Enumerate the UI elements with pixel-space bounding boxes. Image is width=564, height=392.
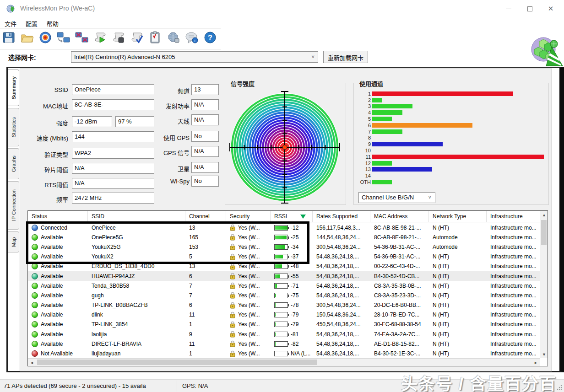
table-row[interactable]: AvailableOnePiece5G165Yes (W...-25144,54… bbox=[28, 232, 540, 242]
chat-info-icon[interactable]: i bbox=[185, 30, 199, 45]
channel-row: 6 bbox=[358, 122, 544, 129]
target-icon[interactable] bbox=[38, 30, 52, 45]
field-label-gps-signal: GPS 信号 bbox=[135, 148, 190, 157]
channel-mode-select[interactable]: Channel Use B/G/N ˅ bbox=[358, 192, 435, 203]
col-status[interactable]: Status bbox=[28, 211, 88, 222]
field-gps-signal[interactable]: N/A bbox=[191, 146, 219, 157]
col-network-type[interactable]: Network Type bbox=[429, 211, 487, 222]
channel-use-group: 使用通道 1234567891011121314OTH Channel Use … bbox=[353, 83, 549, 205]
cell-security: Yes (W... bbox=[226, 243, 271, 250]
vertical-scroll-thumb[interactable] bbox=[541, 220, 547, 245]
channel-mode-value: Channel Use B/G/N bbox=[362, 194, 414, 201]
cell-rates: 54,48,36,24,18,... bbox=[313, 263, 370, 269]
col-infrastructure[interactable]: Infrastructure bbox=[487, 211, 540, 222]
table-row[interactable]: AvailableTenda_3B0B587Yes (W...-7154,48,… bbox=[28, 281, 540, 290]
field-label-txpower: 发射功率 bbox=[135, 102, 190, 110]
help-icon[interactable]: ? bbox=[203, 30, 217, 45]
svg-text:?: ? bbox=[208, 34, 212, 42]
channel-label: OTH bbox=[358, 179, 372, 185]
scroll-right-icon[interactable]: ► bbox=[532, 359, 540, 366]
vertical-scrollbar[interactable]: ▲ ▼ bbox=[540, 211, 548, 358]
channel-bar bbox=[372, 161, 392, 166]
cell-infrastructure: Infrastructure mo... bbox=[487, 273, 540, 279]
field-freq[interactable]: 2472 MHz bbox=[72, 193, 154, 204]
tab-ip-connection[interactable]: IP Connection bbox=[8, 181, 19, 230]
table-row[interactable]: ConnectedOnePiece13Yes (W...-12156,117,5… bbox=[28, 223, 540, 232]
col-rssi[interactable]: RSSI bbox=[271, 211, 313, 222]
field-label-frag: 碎片阈值 bbox=[20, 165, 68, 174]
cell-status: Available bbox=[28, 283, 88, 289]
menu-config[interactable]: 配置 bbox=[21, 17, 42, 28]
cell-network-type: Automode bbox=[429, 244, 487, 250]
cell-ssid: ERDUO_DS_1838_4DD0 bbox=[88, 263, 185, 269]
horizontal-scrollbar[interactable]: ◄ ► bbox=[28, 358, 540, 366]
cell-mac: 30-FC-68-88-38-54 bbox=[370, 321, 429, 328]
cell-infrastructure: Infrastructure mo... bbox=[487, 350, 540, 357]
tab-statistics[interactable]: Statistics bbox=[8, 108, 19, 146]
menu-file[interactable]: 文件 bbox=[0, 17, 21, 28]
scroll-down-icon[interactable]: ▼ bbox=[540, 350, 548, 358]
cell-ssid: YoukuX25G bbox=[88, 244, 185, 250]
close-button[interactable]: ✕ bbox=[540, 0, 561, 17]
channel-bar bbox=[372, 155, 544, 159]
table-row[interactable]: AvailableERDUO_DS_1838_4DD013Yes (W...-4… bbox=[28, 262, 540, 271]
col-ssid[interactable]: SSID bbox=[88, 211, 185, 222]
scroll-up-icon[interactable]: ▲ bbox=[540, 211, 548, 219]
resize-grip[interactable] bbox=[557, 385, 562, 390]
table-row[interactable]: Availabledlink11Yes (W...-79150,54,48,36… bbox=[28, 310, 540, 320]
col-mac[interactable]: MAC Address bbox=[370, 211, 429, 222]
minimize-button[interactable] bbox=[498, 0, 519, 17]
start-log-icon[interactable] bbox=[93, 30, 107, 45]
stop-log-icon[interactable] bbox=[112, 30, 125, 45]
cell-network-type: N (HT) bbox=[429, 273, 487, 279]
field-txpower[interactable]: N/A bbox=[191, 99, 219, 110]
lock-icon bbox=[230, 311, 235, 318]
table-row[interactable]: AvailableTP-LINK_38541Yes (W...-79450,54… bbox=[28, 320, 540, 329]
cell-mac: 54-36-9B-31-AC-... bbox=[370, 253, 429, 260]
field-satellites[interactable]: N/A bbox=[191, 162, 219, 173]
horizontal-scroll-thumb[interactable] bbox=[37, 360, 317, 365]
reload-adapter-button[interactable]: 重新加载网卡 bbox=[323, 51, 368, 63]
cell-channel: 1 bbox=[185, 321, 226, 328]
field-channel[interactable]: 13 bbox=[191, 84, 219, 95]
field-use-gps[interactable]: No bbox=[191, 131, 219, 142]
table-row[interactable]: Availablelaolijia9Yes (W...-8154,48,36,2… bbox=[28, 329, 540, 339]
tab-graphs[interactable]: Graphs bbox=[8, 148, 19, 179]
lock-icon bbox=[230, 350, 235, 357]
table-row[interactable]: AvailableYoukuX25Yes (W...-3754,48,36,24… bbox=[28, 252, 540, 262]
channel-bar bbox=[372, 180, 392, 184]
table-row[interactable]: Not Availableliujiadayuan1Yes (W...N/A (… bbox=[28, 349, 540, 358]
rssi-bar-icon bbox=[274, 302, 288, 308]
field-label-speed: 速度 (Mbits) bbox=[20, 134, 68, 142]
verify-log-icon[interactable] bbox=[130, 30, 144, 45]
col-channel[interactable]: Channel bbox=[185, 211, 226, 222]
tab-summary[interactable]: Summary bbox=[8, 70, 19, 106]
rssi-bar-icon bbox=[274, 351, 288, 356]
web-check-icon[interactable] bbox=[167, 30, 180, 45]
summary-panel: SSID OnePiece MAC地址 8C-AB-8E- 强度 -12 dBm… bbox=[20, 69, 552, 371]
field-strength-dbm[interactable]: -12 dBm bbox=[72, 116, 112, 127]
scroll-left-icon[interactable]: ◄ bbox=[28, 359, 36, 366]
menu-help[interactable]: 帮助 bbox=[42, 17, 63, 28]
cell-mac: 54-36-9B-31-AC-... bbox=[370, 244, 429, 250]
tab-map[interactable]: Map bbox=[8, 231, 19, 252]
table-row[interactable]: AvailableYoukuX25G153Yes (W...-34300,54,… bbox=[28, 242, 540, 252]
table-row[interactable]: Availablegugh7Yes (W...-7554,48,36,24,18… bbox=[28, 290, 540, 300]
maximize-button[interactable] bbox=[519, 0, 540, 17]
col-security[interactable]: Security bbox=[226, 211, 271, 222]
open-folder-icon[interactable] bbox=[20, 30, 34, 45]
channel-row: OTH bbox=[358, 179, 544, 185]
table-row[interactable]: AvailableHUAWEI-P94AJZ6Yes (W...-5554,48… bbox=[28, 271, 540, 281]
table-row[interactable]: AvailableTP-LINK_B0BBACZFB6Yes (W...-783… bbox=[28, 301, 540, 310]
col-rates[interactable]: Rates Supported bbox=[313, 211, 370, 222]
disconnect-icon[interactable] bbox=[75, 30, 89, 45]
field-wispy[interactable]: No bbox=[191, 176, 219, 187]
report-icon[interactable] bbox=[148, 30, 162, 45]
table-row[interactable]: AvailableDIRECT-LF-BRAVIA11Yes (W...-825… bbox=[28, 339, 540, 349]
adapter-select[interactable]: Intel(R) Centrino(R) Advanced-N 6205 ˅ bbox=[71, 51, 318, 63]
svg-text:i: i bbox=[195, 38, 195, 43]
save-icon[interactable] bbox=[2, 30, 16, 45]
field-antenna[interactable]: N/A bbox=[191, 114, 219, 125]
radar-center-dot bbox=[282, 145, 287, 150]
reconnect-icon[interactable] bbox=[57, 30, 70, 45]
